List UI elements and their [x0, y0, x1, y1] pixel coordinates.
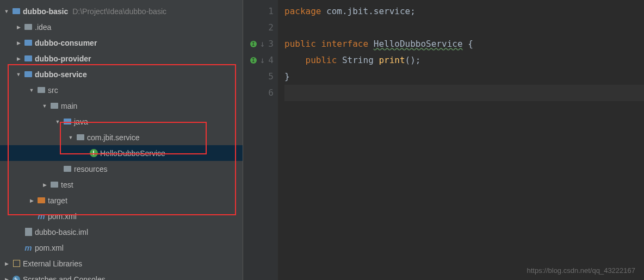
line-number: 4 [268, 52, 274, 69]
tree-label: src [48, 86, 58, 95]
brace: { [463, 39, 473, 49]
maven-icon: m [24, 244, 33, 252]
tree-item-scratches[interactable]: ▶ ✎ Scratches and Consoles [0, 271, 243, 280]
tree-item-main[interactable]: ▼ main [0, 98, 243, 114]
libraries-icon [12, 259, 21, 268]
code-editor[interactable]: 1 2 I↓3 I↓4 5 6 package com.jbit.service… [243, 0, 644, 280]
resources-folder-icon [63, 165, 72, 173]
tree-item-src[interactable]: ▼ src [0, 82, 243, 98]
tree-label: dubbo-provider [35, 54, 91, 63]
tree-item-service[interactable]: ▼ dubbo-service [0, 66, 243, 82]
tree-label: test [61, 181, 73, 189]
tree-label: dubbo-basic.iml [35, 228, 88, 237]
tree-label: pom.xml [35, 244, 64, 252]
source-folder-icon [63, 117, 72, 126]
tree-label: target [48, 196, 67, 205]
tree-item-target[interactable]: ▶ target [0, 192, 243, 208]
chevron-right-icon: ▶ [3, 277, 10, 281]
package-icon [76, 133, 85, 142]
keyword: package [284, 6, 326, 16]
tree-label: dubbo-service [35, 70, 87, 79]
tree-label: main [61, 102, 77, 110]
tree-item-idea[interactable]: ▶ .idea [0, 19, 243, 35]
line-number: 5 [268, 69, 274, 85]
tree-label: .idea [35, 23, 51, 32]
tree-label: External Libraries [23, 259, 82, 268]
tree-item-pom-root[interactable]: m pom.xml [0, 240, 243, 256]
tree-label: resources [74, 165, 107, 173]
tree-item-pom-service[interactable]: m pom.xml [0, 208, 243, 224]
tree-item-resources[interactable]: resources [0, 161, 243, 177]
editor-gutter: 1 2 I↓3 I↓4 5 6 [243, 0, 278, 280]
folder-icon [24, 23, 33, 32]
method-name: print [379, 55, 405, 65]
scratches-icon: ✎ [12, 275, 21, 281]
module-folder-icon [24, 54, 33, 63]
chevron-down-icon: ▼ [41, 103, 48, 109]
folder-icon [50, 181, 59, 189]
line-number: 3 [268, 36, 274, 52]
chevron-down-icon: ▼ [54, 119, 61, 125]
tree-item-provider[interactable]: ▶ dubbo-provider [0, 51, 243, 66]
interface-icon: I [89, 149, 98, 158]
type: String [342, 55, 379, 65]
implements-marker-icon[interactable]: I [250, 57, 257, 64]
implements-marker-icon[interactable]: I [250, 41, 257, 47]
tree-label: HelloDubboService [100, 149, 165, 158]
keyword: public [306, 55, 342, 65]
tree-item-root[interactable]: ▼ dubbo-basic D:\Project\Idea\dubbo-basi… [0, 3, 243, 19]
line-number: 1 [268, 3, 274, 20]
line-number: 2 [268, 20, 274, 36]
module-folder-icon [12, 7, 21, 16]
chevron-down-icon: ▼ [67, 135, 74, 140]
tree-label: pom.xml [48, 212, 77, 221]
line-number: 6 [268, 85, 274, 101]
tree-label: dubbo-basic [23, 7, 68, 16]
project-tree[interactable]: ▼ dubbo-basic D:\Project\Idea\dubbo-basi… [0, 0, 243, 280]
svg-rect-0 [25, 228, 32, 236]
tree-label: Scratches and Consoles [23, 275, 106, 281]
folder-icon [37, 86, 46, 95]
folder-icon [50, 102, 59, 110]
module-folder-icon [24, 39, 33, 47]
keyword: interface [321, 39, 373, 49]
tree-item-interface[interactable]: I HelloDubboService [0, 145, 243, 161]
tree-label: java [74, 117, 88, 126]
tree-item-iml[interactable]: dubbo-basic.iml [0, 224, 243, 240]
chevron-down-icon: ▼ [3, 9, 10, 14]
brace: } [284, 71, 290, 82]
chevron-right-icon: ▶ [15, 40, 22, 46]
identifier: com.jbit.service [326, 6, 410, 16]
chevron-down-icon: ▼ [15, 72, 22, 77]
tree-label: com.jbit.service [87, 133, 139, 142]
file-icon [24, 228, 33, 237]
chevron-right-icon: ▶ [28, 198, 35, 203]
watermark-text: https://blog.csdn.net/qq_43222167 [527, 266, 636, 275]
chevron-down-icon: ▼ [28, 88, 35, 93]
tree-item-package[interactable]: ▼ com.jbit.service [0, 129, 243, 145]
chevron-right-icon: ▶ [3, 261, 10, 266]
module-folder-icon [24, 70, 33, 79]
type-name: HelloDubboService [374, 39, 463, 49]
editor-content[interactable]: package com.jbit.service; public interfa… [278, 0, 644, 280]
chevron-right-icon: ▶ [15, 56, 22, 61]
tree-item-java[interactable]: ▼ java [0, 114, 243, 129]
chevron-right-icon: ▶ [41, 182, 48, 188]
maven-icon: m [37, 212, 46, 221]
keyword: public [284, 39, 321, 49]
tree-path: D:\Project\Idea\dubbo-basic [72, 7, 166, 16]
tree-item-consumer[interactable]: ▶ dubbo-consumer [0, 35, 243, 51]
excluded-folder-icon [37, 196, 46, 205]
tree-item-external-libs[interactable]: ▶ External Libraries [0, 256, 243, 271]
chevron-right-icon: ▶ [15, 24, 22, 30]
tree-label: dubbo-consumer [35, 39, 97, 47]
tree-item-test[interactable]: ▶ test [0, 177, 243, 192]
